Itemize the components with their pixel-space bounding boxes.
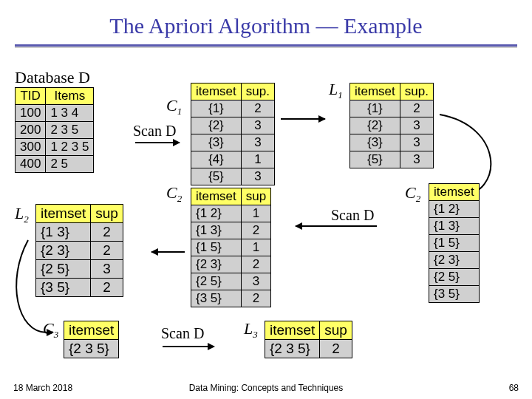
footer-title: Data Mining: Concepts and Techniques bbox=[0, 383, 532, 393]
label-scan-d-2: Scan D bbox=[331, 207, 374, 224]
arrow-icon bbox=[163, 346, 214, 347]
label-scan-d-1: Scan D bbox=[133, 123, 176, 140]
th-itemset: itemset bbox=[350, 83, 400, 100]
table-row: {5}3 bbox=[191, 168, 275, 185]
table-row: {4}1 bbox=[191, 151, 275, 168]
table-row: {2 3 5} bbox=[64, 340, 119, 358]
table-row: {3}3 bbox=[350, 134, 434, 151]
label-l1: L1 bbox=[329, 80, 343, 101]
table-row: 2002 3 5 bbox=[16, 122, 94, 139]
table-row: {1}2 bbox=[350, 100, 434, 117]
th-sup: sup. bbox=[241, 83, 274, 100]
table-c1: itemsetsup. {1}2 {2}3 {3}3 {4}1 {5}3 bbox=[191, 83, 275, 185]
label-l2: L2 bbox=[15, 204, 29, 225]
table-row: {2 3}2 bbox=[191, 256, 271, 273]
arrow-left-icon bbox=[151, 251, 185, 253]
table-l1: itemsetsup. {1}2 {2}3 {3}3 {5}3 bbox=[349, 83, 434, 168]
th-itemset: itemset bbox=[429, 184, 480, 201]
table-database-d: TIDItems 1001 3 4 2002 3 5 3001 2 3 5 40… bbox=[15, 87, 94, 173]
label-c3: C3 bbox=[43, 319, 58, 341]
table-l3: itemsetsup {2 3 5}2 bbox=[265, 321, 352, 358]
th-itemset: itemset bbox=[191, 83, 242, 100]
table-row: {2 5} bbox=[429, 269, 480, 286]
table-row: {3 5}2 bbox=[191, 290, 271, 307]
table-row: {3}3 bbox=[191, 134, 275, 151]
th-sup: sup. bbox=[400, 83, 433, 100]
table-row: {2}3 bbox=[350, 117, 434, 134]
table-row: 1001 3 4 bbox=[16, 105, 94, 122]
table-row: {1 3}2 bbox=[191, 222, 271, 239]
table-row: {2}3 bbox=[191, 117, 275, 134]
footer-page: 68 bbox=[509, 383, 519, 393]
table-row: {1 3} bbox=[429, 218, 480, 235]
label-c2-items: C2 bbox=[405, 183, 420, 205]
arrow-left-icon bbox=[296, 225, 377, 227]
th-itemset: itemset bbox=[36, 205, 91, 223]
label-scan-d-3: Scan D bbox=[161, 325, 204, 342]
table-row: {1 2} bbox=[429, 201, 480, 218]
table-row: {1 5} bbox=[429, 235, 480, 252]
th-sup: sup bbox=[91, 205, 123, 223]
table-row: {1 2}1 bbox=[191, 205, 271, 222]
table-c2-sup: itemsetsup {1 2}1 {1 3}2 {1 5}1 {2 3}2 {… bbox=[191, 188, 271, 307]
th-itemset: itemset bbox=[64, 321, 119, 340]
table-c3: itemset {2 3 5} bbox=[64, 321, 119, 358]
th-sup: sup bbox=[241, 188, 270, 205]
table-row: {2 3 5}2 bbox=[265, 340, 352, 358]
table-c2-items: itemset {1 2} {1 3} {1 5} {2 3} {2 5} {3… bbox=[429, 183, 480, 303]
label-c2-sup: C2 bbox=[166, 183, 182, 205]
th-sup: sup bbox=[320, 321, 352, 340]
label-l3: L3 bbox=[244, 319, 258, 341]
table-row: {2 5}3 bbox=[191, 273, 271, 290]
table-row: {5}3 bbox=[350, 151, 434, 168]
title-underline bbox=[15, 44, 517, 47]
label-database-d: Database D bbox=[15, 68, 90, 87]
label-c1: C1 bbox=[166, 96, 182, 117]
table-row: {3 5} bbox=[429, 286, 480, 303]
th-itemset: itemset bbox=[265, 321, 320, 340]
th-itemset: itemset bbox=[191, 188, 242, 205]
table-row: {2 3} bbox=[429, 252, 480, 269]
th-tid: TID bbox=[16, 88, 46, 105]
table-row: 4002 5 bbox=[16, 156, 94, 173]
table-row: {1}2 bbox=[191, 100, 275, 117]
arrow-icon bbox=[135, 142, 180, 143]
table-row: {1 5}1 bbox=[191, 239, 271, 256]
th-items: Items bbox=[46, 88, 94, 105]
arrow-icon bbox=[281, 118, 325, 120]
table-row: 3001 2 3 5 bbox=[16, 139, 94, 156]
page-title: The Apriori Algorithm — Example bbox=[0, 0, 532, 44]
